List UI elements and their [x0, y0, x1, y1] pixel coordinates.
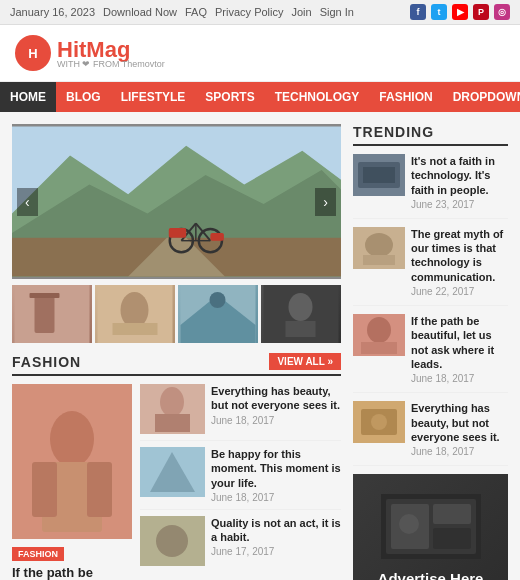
nav-technology[interactable]: TECHNOLOGY: [265, 82, 370, 112]
svg-point-31: [160, 387, 184, 417]
social-icons: f t ▶ P ◎: [410, 4, 510, 20]
svg-point-44: [367, 317, 391, 343]
date: January 16, 2023: [10, 6, 95, 18]
trending-image-1: [353, 154, 405, 196]
svg-rect-52: [433, 504, 471, 524]
svg-point-23: [289, 293, 313, 321]
trending-date-3: June 18, 2017: [411, 373, 508, 384]
privacy-link[interactable]: Privacy Policy: [215, 6, 283, 18]
signin-link[interactable]: Sign In: [320, 6, 354, 18]
twitter-icon[interactable]: t: [431, 4, 447, 20]
trending-title-1[interactable]: It's not a faith in technology. It's fai…: [411, 154, 508, 197]
trending-title: TRENDING: [353, 124, 508, 146]
thumb-4[interactable]: [261, 285, 341, 343]
nav-sports[interactable]: SPORTS: [195, 82, 264, 112]
fashion-item-text-1: Everything has beauty, but not everyone …: [211, 384, 341, 426]
nav-lifestyle[interactable]: LIFESTYLE: [111, 82, 196, 112]
fashion-list: Everything has beauty, but not everyone …: [140, 384, 341, 580]
svg-point-36: [156, 525, 188, 557]
fashion-item-title-3[interactable]: Quality is not an act, it is a habit.: [211, 516, 341, 545]
instagram-icon[interactable]: ◎: [494, 4, 510, 20]
svg-rect-24: [286, 321, 316, 337]
svg-rect-45: [361, 342, 397, 354]
fashion-item-text-3: Quality is not an act, it is a habit. Ju…: [211, 516, 341, 558]
trending-item-2: The great myth of our times is that tech…: [353, 227, 508, 306]
advertisement-box[interactable]: Advertise Here 300 x 250 - Advertisement…: [353, 474, 508, 580]
fashion-title: FASHION: [12, 354, 81, 370]
fashion-item-text-2: Be happy for this moment. This moment is…: [211, 447, 341, 503]
download-link[interactable]: Download Now: [103, 6, 177, 18]
svg-point-48: [371, 414, 387, 430]
svg-rect-53: [433, 528, 471, 549]
top-bar-left: January 16, 2023 Download Now FAQ Privac…: [10, 6, 354, 18]
trending-text-1: It's not a faith in technology. It's fai…: [411, 154, 508, 210]
logo-text-group: HitMag WITH ❤ FROM Themovtor: [57, 37, 165, 69]
trending-item-4: Everything has beauty, but not everyone …: [353, 401, 508, 466]
header: H HitMag WITH ❤ FROM Themovtor: [0, 25, 520, 82]
svg-point-21: [210, 292, 226, 308]
top-bar: January 16, 2023 Download Now FAQ Privac…: [0, 0, 520, 25]
trending-text-3: If the path be beautiful, let us not ask…: [411, 314, 508, 384]
faq-link[interactable]: FAQ: [185, 6, 207, 18]
trending-title-3[interactable]: If the path be beautiful, let us not ask…: [411, 314, 508, 371]
fashion-main-title[interactable]: If the path be beautiful, let us not ask…: [12, 565, 132, 580]
trending-date-4: June 18, 2017: [411, 446, 508, 457]
fashion-item-image-3: [140, 516, 205, 566]
thumbnail-strip: [12, 285, 341, 343]
trending-title-4[interactable]: Everything has beauty, but not everyone …: [411, 401, 508, 444]
left-column: ‹ ›: [12, 124, 341, 580]
svg-point-26: [50, 411, 94, 467]
youtube-icon[interactable]: ▶: [452, 4, 468, 20]
trending-image-2: [353, 227, 405, 269]
view-all-button[interactable]: VIEW ALL »: [269, 353, 341, 370]
svg-rect-18: [113, 323, 158, 335]
svg-rect-11: [169, 228, 186, 238]
logo-subtitle: WITH ❤ FROM Themovtor: [57, 59, 165, 69]
thumb-3[interactable]: [178, 285, 258, 343]
pinterest-icon[interactable]: P: [473, 4, 489, 20]
trending-text-2: The great myth of our times is that tech…: [411, 227, 508, 297]
trending-item-1: It's not a faith in technology. It's fai…: [353, 154, 508, 219]
trending-date-1: June 23, 2017: [411, 199, 508, 210]
svg-rect-42: [363, 255, 395, 265]
svg-rect-15: [30, 293, 60, 298]
nav-home[interactable]: HOME: [0, 82, 56, 112]
fashion-item-image-2: [140, 447, 205, 497]
hero-next-button[interactable]: ›: [315, 188, 336, 216]
fashion-item-3: Quality is not an act, it is a habit. Ju…: [140, 516, 341, 572]
fashion-main-image: [12, 384, 132, 539]
nav-fashion[interactable]: FASHION: [369, 82, 442, 112]
fashion-section-header: FASHION VIEW ALL »: [12, 353, 341, 376]
hero-prev-button[interactable]: ‹: [17, 188, 38, 216]
fashion-article-tag: FASHION: [12, 547, 64, 561]
trending-item-3: If the path be beautiful, let us not ask…: [353, 314, 508, 393]
svg-rect-28: [32, 462, 57, 517]
join-link[interactable]: Join: [291, 6, 311, 18]
navigation: HOME BLOG LIFESTYLE SPORTS TECHNOLOGY FA…: [0, 82, 520, 112]
fashion-grid: FASHION If the path be beautiful, let us…: [12, 384, 341, 580]
facebook-icon[interactable]: f: [410, 4, 426, 20]
fashion-item-date-2: June 18, 2017: [211, 492, 341, 503]
svg-point-41: [365, 233, 393, 257]
trending-title-2[interactable]: The great myth of our times is that tech…: [411, 227, 508, 284]
nav-dropdown[interactable]: DROPDOWN: [443, 82, 520, 112]
svg-rect-14: [35, 295, 55, 333]
fashion-item-title-1[interactable]: Everything has beauty, but not everyone …: [211, 384, 341, 413]
fashion-main-article: FASHION If the path be beautiful, let us…: [12, 384, 132, 580]
nav-blog[interactable]: BLOG: [56, 82, 111, 112]
svg-point-54: [399, 514, 419, 534]
svg-rect-32: [155, 414, 190, 432]
fashion-item-2: Be happy for this moment. This moment is…: [140, 447, 341, 510]
trending-image-4: [353, 401, 405, 443]
fashion-item-title-2[interactable]: Be happy for this moment. This moment is…: [211, 447, 341, 490]
fashion-item-date-3: June 17, 2017: [211, 546, 341, 557]
fashion-item-1: Everything has beauty, but not everyone …: [140, 384, 341, 441]
logo[interactable]: H HitMag WITH ❤ FROM Themovtor: [15, 35, 165, 71]
svg-rect-29: [87, 462, 112, 517]
hero-slider: ‹ ›: [12, 124, 341, 279]
thumb-1[interactable]: [12, 285, 92, 343]
thumb-2[interactable]: [95, 285, 175, 343]
right-column: TRENDING It's not a faith in technology.…: [353, 124, 508, 580]
logo-icon: H: [15, 35, 51, 71]
svg-point-17: [121, 292, 149, 328]
